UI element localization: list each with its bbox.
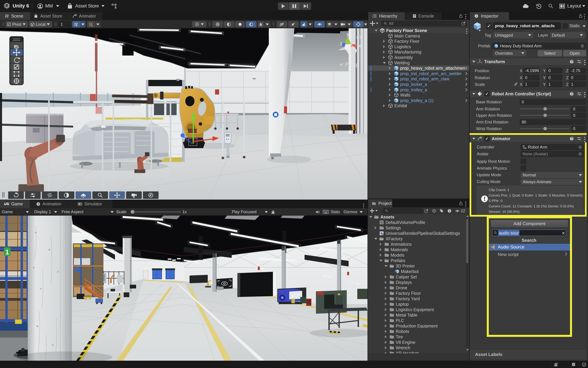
svg-text:⋖ Persp: ⋖ Persp [339, 62, 359, 68]
svg-text:1: 1 [5, 248, 9, 256]
svg-text:Y: Y [76, 25, 77, 27]
svg-text:x: x [358, 43, 361, 48]
svg-text:z: z [340, 41, 342, 46]
svg-text:y: y [347, 31, 349, 37]
